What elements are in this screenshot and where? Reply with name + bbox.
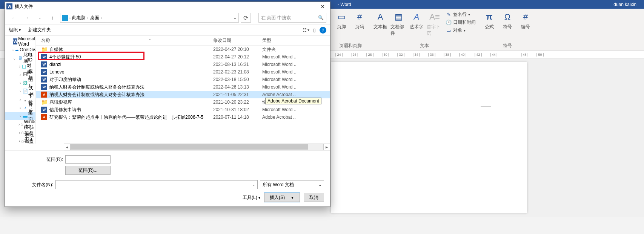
video-icon: 🎞 [23, 72, 28, 78]
textbox-button[interactable]: A 文本框 [372, 11, 388, 30]
file-name: 4个步骤提升 50 [49, 54, 81, 60]
breadcrumb-item[interactable]: 桌面 [90, 15, 99, 21]
nav-tree[interactable]: WMicrosoft Word›☁OneDrive⌄🖥此电脑›◫3D 对象›🎞视… [5, 36, 36, 144]
search-input[interactable]: 在 桌面 中搜索 🔍 [258, 13, 326, 23]
tree-node[interactable]: ›⌂本地磁盘 (E:) [5, 137, 35, 144]
file-row[interactable]: 📁自媒体2022-04-27 20:10文件夹 [36, 46, 330, 53]
ruler-tick: | 42 | [470, 53, 486, 57]
file-date: 2021-08-13 16:31 [213, 62, 262, 67]
file-name: 自媒体 [49, 46, 63, 53]
chevron-icon: › [18, 89, 22, 93]
file-row[interactable]: W纳税人财务会计制度或纳税人财务会计核算办法2022-04-26 13:13Mi… [36, 83, 330, 91]
equation-button[interactable]: π 公式 [481, 11, 497, 30]
wordart-icon: A [410, 11, 423, 23]
tools-menu[interactable]: 工具(L) ▾ [243, 194, 260, 201]
footer-button[interactable]: ▭ 页脚 [334, 11, 349, 30]
nav-recent-button[interactable]: ⌄ [34, 13, 45, 22]
chevron-icon: › [18, 131, 20, 135]
file-type: Microsoft Word .. [262, 107, 330, 112]
insert-button[interactable]: 插入(S) ▼ [264, 193, 300, 202]
word-icon: W [41, 69, 47, 75]
file-list: 名称⌃ 修改日期 类型 📁自媒体2022-04-27 20:10文件夹W4个步骤… [36, 36, 330, 144]
filename-dropdown-icon[interactable]: ⌄ [250, 183, 257, 187]
date-time-button[interactable]: 🕑 日期和时间 [445, 19, 476, 26]
object-button[interactable]: ▭ 对象 ▾ [445, 27, 476, 34]
file-row[interactable]: Wdianzi2021-08-13 16:31Microsoft Word .. [36, 61, 330, 68]
word-icon: W [41, 76, 47, 83]
chevron-icon: › [18, 81, 22, 85]
new-folder-button[interactable]: 新建文件夹 [28, 27, 51, 33]
file-name: 对于印度的举动 [49, 76, 81, 83]
file-date: 2022-03-18 15:50 [213, 77, 262, 82]
group-label: 符号 [481, 42, 533, 50]
textbox-icon: A [374, 11, 386, 23]
file-row[interactable]: A纳税人财务会计制度或纳税人财务会计核算办法2021-11-05 22:31Ad… [36, 91, 330, 98]
close-button[interactable]: ✕ [315, 2, 330, 11]
file-row[interactable]: W对于印度的举动2022-03-18 15:50Microsoft Word .… [36, 76, 330, 83]
view-mode-button[interactable]: ☷ ▾ [303, 28, 309, 33]
scroll-track[interactable] [71, 144, 323, 150]
symbol-icon: Ω [501, 11, 513, 23]
scroll-right-button[interactable]: ► [323, 144, 330, 150]
search-placeholder: 在 桌面 中搜索 [261, 15, 291, 21]
file-name: dianzi [49, 62, 61, 67]
nav-up-button[interactable]: ↑ [47, 13, 58, 22]
app-title: - Word [338, 2, 351, 7]
range-input[interactable] [65, 155, 111, 164]
column-type[interactable]: 类型 [262, 37, 323, 44]
refresh-button[interactable]: ⟳ [241, 13, 251, 23]
shortcut-icon: 📁 [41, 99, 47, 105]
dialog-title-bar[interactable]: W 插入文件 ✕ [5, 2, 330, 11]
help-button[interactable]: ? [320, 27, 326, 34]
music-icon: ♪ [23, 105, 28, 111]
column-date[interactable]: 修改日期 [213, 37, 262, 44]
wordart-button[interactable]: A 艺术字 [409, 11, 424, 30]
file-row[interactable]: W信用修复申请书2021-10-31 18:02Microsoft Word .… [36, 106, 330, 113]
page-margin-corner [481, 96, 491, 107]
insert-split-icon[interactable]: ▼ [288, 196, 294, 200]
column-name[interactable]: 名称 [41, 37, 50, 44]
footer-icon: ▭ [335, 11, 347, 23]
preview-pane-button[interactable]: ▯ [313, 28, 316, 33]
file-type-filter[interactable]: 所有 Word 文档 ⌄ [260, 180, 324, 189]
filename-input[interactable] [56, 180, 250, 189]
tree-node[interactable]: WMicrosoft Word [5, 37, 35, 46]
horizontal-scrollbar[interactable]: ◄ ► [64, 144, 330, 150]
scroll-thumb[interactable] [71, 144, 308, 150]
file-row[interactable]: A研究报告：繁荣的起点并非沸腾的年代——繁荣起点论的进一步拓展2006-7-52… [36, 113, 330, 121]
breadcrumb-item[interactable]: 此电脑 [72, 15, 86, 21]
file-date: 2022-04-27 20:10 [213, 47, 262, 52]
signature-line-button[interactable]: ✎ 签名行 ▾ [445, 11, 476, 18]
scroll-left-button[interactable]: ◄ [64, 144, 71, 150]
file-row[interactable]: W4个步骤提升 502022-04-27 20:12Microsoft Word… [36, 53, 330, 61]
folder-icon: 📁 [41, 46, 47, 52]
range-button[interactable]: 范围(R)... [65, 166, 111, 175]
cancel-button[interactable]: 取消 [304, 193, 324, 202]
symbol-button[interactable]: Ω 符号 [500, 11, 515, 30]
dialog-footer: 范围(R): 范围(R)... 文件名(N): ⌄ 所有 Word 文档 ⌄ 工… [5, 150, 330, 206]
address-bar[interactable]: › 此电脑 › 桌面 › ⌄ [60, 13, 239, 23]
dropcap-button: A≡ 首字下沉 [427, 11, 443, 37]
number-button[interactable]: # 编号 [518, 11, 533, 30]
file-row[interactable]: WLenovo2022-02-23 21:08Microsoft Word .. [36, 68, 330, 76]
file-rows[interactable]: 📁自媒体2022-04-27 20:10文件夹W4个步骤提升 502022-04… [36, 46, 330, 144]
monitor-icon: 🖥 [17, 55, 23, 61]
ruler-tick: | 48 | [517, 53, 532, 57]
disk-icon: ⌂ [21, 138, 24, 144]
datetime-icon: 🕑 [446, 20, 452, 26]
file-name: 信用修复申请书 [49, 107, 81, 113]
breadcrumb-sep-icon: › [101, 16, 102, 20]
docpart-button[interactable]: ▤ 文档部件 [390, 11, 406, 37]
file-name: Lenovo [49, 69, 64, 75]
document-page[interactable] [331, 62, 527, 213]
page-number-button[interactable]: # 页码 [352, 11, 367, 30]
column-headers[interactable]: 名称⌃ 修改日期 类型 [36, 36, 330, 46]
address-dropdown-icon[interactable]: ⌄ [233, 15, 237, 20]
file-type: Microsoft Word .. [262, 77, 330, 82]
file-type: 文件夹 [262, 46, 330, 53]
word-icon: W [41, 54, 47, 60]
organize-menu[interactable]: 组织 ▾ [9, 27, 21, 33]
user-name: duan kaixin [613, 2, 636, 7]
nav-back-button[interactable]: ← [9, 13, 19, 22]
dl-icon: ⭳ [23, 96, 28, 102]
